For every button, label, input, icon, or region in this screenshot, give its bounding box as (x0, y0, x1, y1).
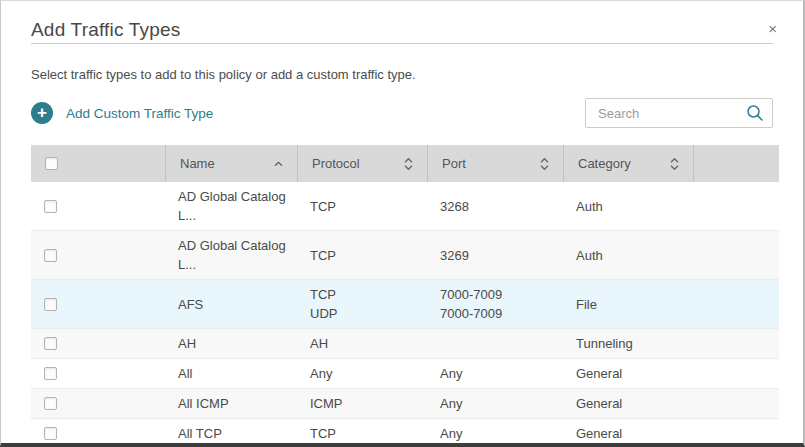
add-traffic-types-dialog: Add Traffic Types × Select traffic types… (0, 0, 805, 447)
row-checkbox[interactable] (44, 427, 57, 440)
sort-icon (274, 161, 283, 166)
row-checkbox-cell (31, 389, 165, 418)
cell-category: General (563, 419, 693, 447)
column-header-empty (693, 145, 779, 182)
column-header-protocol[interactable]: Protocol (297, 145, 427, 182)
table-body: AD Global Catalog L... TCP 3268 Auth AD … (31, 182, 779, 447)
page-title: Add Traffic Types (31, 17, 773, 43)
sort-icon (540, 158, 549, 170)
row-checkbox-cell (31, 329, 165, 358)
select-all-checkbox[interactable] (45, 157, 58, 170)
table-row[interactable]: AH AH Tunneling (31, 329, 779, 359)
row-checkbox-cell (31, 231, 165, 279)
cell-port: 7000-7009 7000-7009 (427, 280, 563, 328)
cell-category: Tunneling (563, 329, 693, 358)
select-all-cell (31, 145, 165, 182)
column-header-name[interactable]: Name (165, 145, 297, 182)
cell-protocol: Any (297, 359, 427, 388)
cell-empty (693, 182, 779, 230)
cell-port: Any (427, 359, 563, 388)
column-header-port[interactable]: Port (427, 145, 563, 182)
cell-port: 3268 (427, 182, 563, 230)
row-checkbox-cell (31, 280, 165, 328)
row-checkbox-cell (31, 419, 165, 447)
table-row[interactable]: AD Global Catalog L... TCP 3268 Auth (31, 182, 779, 231)
table-row[interactable]: All TCP TCP Any General (31, 419, 779, 447)
cell-name: All TCP (165, 419, 297, 447)
search-input[interactable] (585, 98, 773, 128)
description-text: Select traffic types to add to this poli… (31, 67, 773, 83)
row-checkbox[interactable] (44, 397, 57, 410)
row-checkbox-cell (31, 182, 165, 230)
cell-name: All ICMP (165, 389, 297, 418)
row-checkbox[interactable] (44, 298, 57, 311)
cell-empty (693, 329, 779, 358)
cell-port: Any (427, 389, 563, 418)
table-row[interactable]: All ICMP ICMP Any General (31, 389, 779, 419)
cell-category: Auth (563, 182, 693, 230)
search-box (585, 98, 773, 128)
dialog-header: Add Traffic Types × (1, 1, 803, 43)
cell-port: 3269 (427, 231, 563, 279)
table-row[interactable]: All Any Any General (31, 359, 779, 389)
search-icon (746, 104, 764, 122)
cell-empty (693, 231, 779, 279)
cell-category: Auth (563, 231, 693, 279)
cell-category: General (563, 389, 693, 418)
cell-protocol: TCP UDP (297, 280, 427, 328)
cell-protocol: ICMP (297, 389, 427, 418)
row-checkbox-cell (31, 359, 165, 388)
cell-port: Any (427, 419, 563, 447)
add-custom-traffic-type-button[interactable]: + Add Custom Traffic Type (31, 102, 213, 124)
column-header-category[interactable]: Category (563, 145, 693, 182)
cell-category: File (563, 280, 693, 328)
plus-icon: + (31, 102, 53, 124)
sort-icon (404, 158, 413, 170)
cell-category: General (563, 359, 693, 388)
cell-name: All (165, 359, 297, 388)
cell-empty (693, 359, 779, 388)
cell-protocol: TCP (297, 182, 427, 230)
cell-name: AFS (165, 280, 297, 328)
cell-name: AD Global Catalog L... (165, 182, 297, 230)
cell-protocol: TCP (297, 231, 427, 279)
close-icon[interactable]: × (768, 21, 777, 36)
actions-row: + Add Custom Traffic Type (31, 98, 773, 128)
sort-icon (670, 158, 679, 170)
table-row[interactable]: AFS TCP UDP 7000-7009 7000-7009 File (31, 280, 779, 329)
cell-empty (693, 280, 779, 328)
cell-empty (693, 419, 779, 447)
title-divider (31, 43, 773, 44)
table-row[interactable]: AD Global Catalog L... TCP 3269 Auth (31, 231, 779, 280)
row-checkbox[interactable] (44, 249, 57, 262)
cell-protocol: AH (297, 329, 427, 358)
traffic-table: Name Protocol Port (31, 145, 779, 447)
cell-name: AD Global Catalog L... (165, 231, 297, 279)
add-custom-traffic-type-label: Add Custom Traffic Type (66, 106, 213, 121)
cell-protocol: TCP (297, 419, 427, 447)
cell-port (427, 329, 563, 358)
row-checkbox[interactable] (44, 200, 57, 213)
row-checkbox[interactable] (44, 337, 57, 350)
cell-empty (693, 389, 779, 418)
row-checkbox[interactable] (44, 367, 57, 380)
table-header: Name Protocol Port (31, 145, 779, 182)
cell-name: AH (165, 329, 297, 358)
